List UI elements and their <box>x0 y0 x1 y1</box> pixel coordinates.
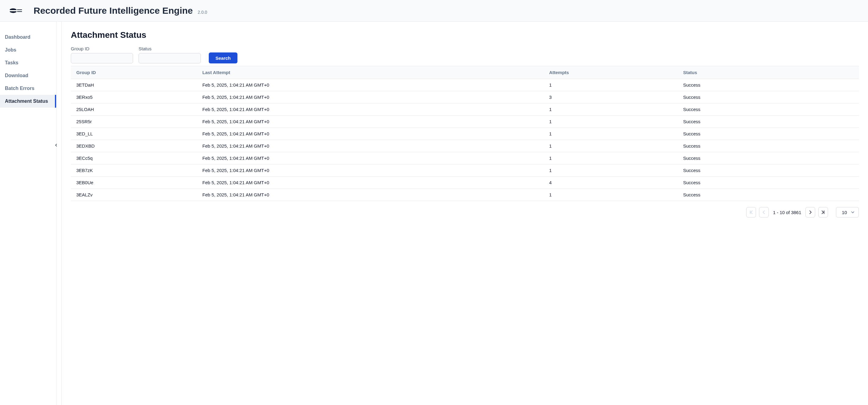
cell-group-id: 3ECc5q <box>71 152 197 164</box>
sidebar-item-label: Dashboard <box>5 34 31 40</box>
topbar: Recorded Future Intelligence Engine 2.0.… <box>0 0 868 22</box>
cell-status: Success <box>678 115 859 128</box>
cell-attempts: 1 <box>544 128 678 140</box>
table-row[interactable]: 3ETDaHFeb 5, 2025, 1:04:21 AM GMT+01Succ… <box>71 79 859 91</box>
cell-status: Success <box>678 152 859 164</box>
cell-group-id: 3ERxo5 <box>71 91 197 103</box>
status-label: Status <box>138 46 201 51</box>
sidebar-item-label: Tasks <box>5 60 18 65</box>
table-row[interactable]: 3EB7zKFeb 5, 2025, 1:04:21 AM GMT+01Succ… <box>71 164 859 177</box>
sidebar-item-tasks[interactable]: Tasks <box>0 57 56 69</box>
page-first-button[interactable] <box>746 207 756 217</box>
cell-last-attempt: Feb 5, 2025, 1:04:21 AM GMT+0 <box>197 152 544 164</box>
sidebar-item-label: Jobs <box>5 47 16 53</box>
cell-last-attempt: Feb 5, 2025, 1:04:21 AM GMT+0 <box>197 177 544 189</box>
cell-attempts: 3 <box>544 91 678 103</box>
cell-group-id: 3EB0Ue <box>71 177 197 189</box>
cell-status: Success <box>678 128 859 140</box>
sidebar-item-dashboard[interactable]: Dashboard <box>0 31 56 44</box>
cell-attempts: 1 <box>544 152 678 164</box>
sidebar-item-batch-errors[interactable]: Batch Errors <box>0 82 56 95</box>
cell-attempts: 1 <box>544 164 678 177</box>
app-version: 2.0.0 <box>198 10 207 14</box>
cell-group-id: 3ETDaH <box>71 79 197 91</box>
cell-group-id: 25LOAH <box>71 103 197 115</box>
cell-status: Success <box>678 140 859 152</box>
sidebar-item-jobs[interactable]: Jobs <box>0 44 56 57</box>
cell-last-attempt: Feb 5, 2025, 1:04:21 AM GMT+0 <box>197 91 544 103</box>
cell-last-attempt: Feb 5, 2025, 1:04:21 AM GMT+0 <box>197 115 544 128</box>
cell-attempts: 4 <box>544 177 678 189</box>
cell-last-attempt: Feb 5, 2025, 1:04:21 AM GMT+0 <box>197 103 544 115</box>
app-logo <box>9 7 23 14</box>
cell-group-id: 3EALZv <box>71 189 197 201</box>
cell-attempts: 1 <box>544 140 678 152</box>
sidebar-item-label: Batch Errors <box>5 86 34 91</box>
table-row[interactable]: 3EALZvFeb 5, 2025, 1:04:21 AM GMT+01Succ… <box>71 189 859 201</box>
pagination: 1 - 10 of 3861 10 <box>71 207 859 217</box>
group-id-field: Group ID <box>71 46 133 63</box>
col-status[interactable]: Status <box>678 66 859 79</box>
page-size-select[interactable]: 10 <box>836 207 859 217</box>
attachment-status-table: Group ID Last Attempt Attempts Status 3E… <box>71 66 859 201</box>
col-attempts[interactable]: Attempts <box>544 66 678 79</box>
page-next-button[interactable] <box>805 207 815 217</box>
page-prev-button[interactable] <box>759 207 769 217</box>
cell-status: Success <box>678 177 859 189</box>
table-row[interactable]: 3ED_LLFeb 5, 2025, 1:04:21 AM GMT+01Succ… <box>71 128 859 140</box>
status-field: Status <box>138 46 201 63</box>
cell-status: Success <box>678 189 859 201</box>
cell-group-id: 25SR5r <box>71 115 197 128</box>
table-row[interactable]: 3ERxo5Feb 5, 2025, 1:04:21 AM GMT+03Succ… <box>71 91 859 103</box>
sidebar-item-attachment-status[interactable]: Attachment Status <box>0 95 56 108</box>
group-id-label: Group ID <box>71 46 133 51</box>
cell-status: Success <box>678 103 859 115</box>
sidebar-collapse-button[interactable] <box>53 142 59 148</box>
cell-last-attempt: Feb 5, 2025, 1:04:21 AM GMT+0 <box>197 140 544 152</box>
sidebar: DashboardJobsTasksDownloadBatch ErrorsAt… <box>0 22 57 405</box>
cell-last-attempt: Feb 5, 2025, 1:04:21 AM GMT+0 <box>197 79 544 91</box>
page-title: Attachment Status <box>71 30 859 40</box>
filter-bar: Group ID Status Search <box>71 46 859 63</box>
cell-group-id: 3ED_LL <box>71 128 197 140</box>
search-button[interactable]: Search <box>209 53 238 63</box>
cell-group-id: 3EB7zK <box>71 164 197 177</box>
cell-last-attempt: Feb 5, 2025, 1:04:21 AM GMT+0 <box>197 128 544 140</box>
col-last-attempt[interactable]: Last Attempt <box>197 66 544 79</box>
table-header-row: Group ID Last Attempt Attempts Status <box>71 66 859 79</box>
page-size-value: 10 <box>842 210 847 215</box>
cell-group-id: 3EDXBD <box>71 140 197 152</box>
page-first-icon <box>749 210 753 214</box>
table-row[interactable]: 3ECc5qFeb 5, 2025, 1:04:21 AM GMT+01Succ… <box>71 152 859 164</box>
cell-last-attempt: Feb 5, 2025, 1:04:21 AM GMT+0 <box>197 164 544 177</box>
status-input[interactable] <box>138 53 201 63</box>
app-title: Recorded Future Intelligence Engine <box>34 5 193 16</box>
sidebar-item-download[interactable]: Download <box>0 69 56 82</box>
cell-status: Success <box>678 79 859 91</box>
cell-attempts: 1 <box>544 79 678 91</box>
table-row[interactable]: 25SR5rFeb 5, 2025, 1:04:21 AM GMT+01Succ… <box>71 115 859 128</box>
chevron-left-icon <box>55 144 58 147</box>
chevron-right-icon <box>808 210 812 214</box>
pagination-range: 1 - 10 of 3861 <box>772 210 803 215</box>
page-last-icon <box>821 210 825 214</box>
table-row[interactable]: 3EDXBDFeb 5, 2025, 1:04:21 AM GMT+01Succ… <box>71 140 859 152</box>
sidebar-item-label: Download <box>5 73 28 78</box>
cell-status: Success <box>678 91 859 103</box>
page-last-button[interactable] <box>818 207 828 217</box>
cell-last-attempt: Feb 5, 2025, 1:04:21 AM GMT+0 <box>197 189 544 201</box>
table-row[interactable]: 25LOAHFeb 5, 2025, 1:04:21 AM GMT+01Succ… <box>71 103 859 115</box>
cell-status: Success <box>678 164 859 177</box>
cell-attempts: 1 <box>544 115 678 128</box>
sidebar-item-label: Attachment Status <box>5 99 48 104</box>
group-id-input[interactable] <box>71 53 133 63</box>
main-content: Attachment Status Group ID Status Search… <box>61 22 868 405</box>
chevron-down-icon <box>850 210 855 214</box>
chevron-left-icon <box>762 210 766 214</box>
table-row[interactable]: 3EB0UeFeb 5, 2025, 1:04:21 AM GMT+04Succ… <box>71 177 859 189</box>
cell-attempts: 1 <box>544 103 678 115</box>
cell-attempts: 1 <box>544 189 678 201</box>
col-group-id[interactable]: Group ID <box>71 66 197 79</box>
